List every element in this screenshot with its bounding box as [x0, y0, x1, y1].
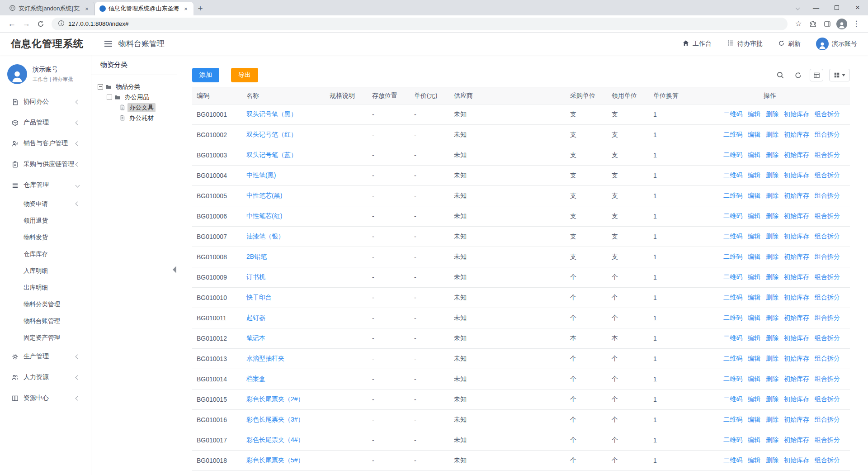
row-action-link[interactable]: 二维码 — [723, 233, 742, 240]
row-action-link[interactable]: 二维码 — [723, 131, 742, 138]
side-panel-icon[interactable] — [820, 17, 835, 31]
material-name-link[interactable]: 中性笔(黑) — [246, 171, 276, 179]
collapse-panel-handle[interactable] — [171, 260, 178, 280]
row-action-link[interactable]: 编辑 — [748, 334, 760, 342]
row-action-link[interactable]: 组合拆分 — [815, 212, 840, 219]
search-icon[interactable] — [774, 69, 786, 81]
tab-close-icon[interactable]: × — [182, 5, 190, 13]
row-action-link[interactable]: 编辑 — [748, 171, 760, 179]
back-button[interactable]: ← — [5, 17, 19, 31]
tree-collapse-toggle-icon[interactable] — [107, 95, 112, 100]
row-action-link[interactable]: 初始库存 — [784, 334, 809, 342]
row-action-link[interactable]: 组合拆分 — [815, 192, 840, 199]
row-action-link[interactable]: 初始库存 — [784, 253, 809, 260]
row-action-link[interactable]: 删除 — [766, 131, 778, 138]
row-action-link[interactable]: 初始库存 — [784, 273, 809, 280]
material-name-link[interactable]: 双头记号笔（红） — [246, 131, 297, 138]
material-name-link[interactable]: 双头记号笔（黑） — [246, 110, 297, 118]
row-action-link[interactable]: 二维码 — [723, 375, 742, 382]
row-action-link[interactable]: 编辑 — [748, 192, 760, 199]
row-action-link[interactable]: 删除 — [766, 212, 778, 219]
row-action-link[interactable]: 删除 — [766, 456, 778, 464]
material-name-link[interactable]: 彩色长尾票夹（5#） — [246, 456, 304, 464]
sidebar-subitem[interactable]: 领用退货 — [0, 212, 91, 229]
row-action-link[interactable]: 初始库存 — [784, 212, 809, 219]
browser-tab-andon[interactable]: 安灯系统|andon系统|安东系... × — [5, 2, 95, 15]
reload-button[interactable] — [33, 17, 48, 31]
material-name-link[interactable]: 笔记本 — [246, 334, 265, 342]
row-action-link[interactable]: 编辑 — [748, 395, 760, 403]
nav-workbench[interactable]: 工作台 — [682, 39, 712, 48]
sidebar-subitem[interactable]: 物料台账管理 — [0, 313, 91, 329]
layout-dropdown-button[interactable] — [829, 69, 850, 81]
row-action-link[interactable]: 组合拆分 — [815, 131, 840, 138]
material-name-link[interactable]: 2B铅笔 — [246, 253, 267, 260]
row-action-link[interactable]: 二维码 — [723, 110, 742, 118]
tab-search-button[interactable] — [789, 0, 806, 15]
row-action-link[interactable]: 编辑 — [748, 456, 760, 464]
user-avatar[interactable] — [7, 64, 27, 84]
row-action-link[interactable]: 组合拆分 — [815, 314, 840, 321]
sidebar-item[interactable]: 采购与供应链管理 — [0, 154, 91, 175]
material-name-link[interactable]: 彩色长尾票夹（3#） — [246, 416, 304, 423]
row-action-link[interactable]: 二维码 — [723, 314, 742, 321]
row-action-link[interactable]: 二维码 — [723, 273, 742, 280]
material-name-link[interactable]: 彩色长尾票夹（2#） — [246, 395, 304, 403]
row-action-link[interactable]: 初始库存 — [784, 151, 809, 158]
row-action-link[interactable]: 初始库存 — [784, 456, 809, 464]
new-tab-button[interactable]: + — [193, 2, 207, 15]
row-action-link[interactable]: 编辑 — [748, 212, 760, 219]
extensions-icon[interactable] — [806, 17, 820, 31]
material-name-link[interactable]: 中性笔芯(红) — [246, 212, 282, 219]
sidebar-subitem[interactable]: 物料发货 — [0, 229, 91, 246]
row-action-link[interactable]: 二维码 — [723, 192, 742, 199]
row-action-link[interactable]: 编辑 — [748, 233, 760, 240]
row-action-link[interactable]: 二维码 — [723, 355, 742, 362]
sidebar-subitem[interactable]: 出库明细 — [0, 279, 91, 296]
row-action-link[interactable]: 组合拆分 — [815, 334, 840, 342]
material-name-link[interactable]: 订书机 — [246, 273, 265, 280]
row-action-link[interactable]: 编辑 — [748, 436, 760, 443]
nav-account[interactable]: 演示账号 — [816, 38, 857, 50]
close-window-button[interactable]: × — [847, 0, 868, 15]
material-name-link[interactable]: 彩色长尾票夹（4#） — [246, 436, 304, 443]
row-action-link[interactable]: 删除 — [766, 416, 778, 423]
columns-setting-icon[interactable] — [810, 69, 823, 81]
row-action-link[interactable]: 编辑 — [748, 314, 760, 321]
tree-node[interactable]: 物品分类 — [95, 81, 173, 92]
table-refresh-icon[interactable] — [792, 69, 804, 81]
sidebar-item[interactable]: 生产管理 — [0, 346, 91, 367]
row-action-link[interactable]: 初始库存 — [784, 131, 809, 138]
row-action-link[interactable]: 删除 — [766, 436, 778, 443]
browser-profile-avatar[interactable] — [835, 17, 849, 31]
sidebar-item[interactable]: 资源中心 — [0, 388, 91, 408]
row-action-link[interactable]: 删除 — [766, 314, 778, 321]
row-action-link[interactable]: 编辑 — [748, 273, 760, 280]
sidebar-subitem[interactable]: 固定资产管理 — [0, 329, 91, 346]
row-action-link[interactable]: 组合拆分 — [815, 416, 840, 423]
row-action-link[interactable]: 删除 — [766, 253, 778, 260]
row-action-link[interactable]: 组合拆分 — [815, 395, 840, 403]
row-action-link[interactable]: 组合拆分 — [815, 294, 840, 301]
row-action-link[interactable]: 删除 — [766, 355, 778, 362]
sidebar-subitem[interactable]: 入库明细 — [0, 262, 91, 279]
row-action-link[interactable]: 删除 — [766, 233, 778, 240]
forward-button[interactable]: → — [19, 17, 33, 31]
tab-close-icon[interactable]: × — [83, 5, 91, 13]
row-action-link[interactable]: 二维码 — [723, 151, 742, 158]
row-action-link[interactable]: 编辑 — [748, 355, 760, 362]
user-shortcuts[interactable]: 工作台 | 待办审批 — [33, 76, 73, 83]
add-button[interactable]: 添加 — [192, 68, 219, 82]
row-action-link[interactable]: 编辑 — [748, 131, 760, 138]
row-action-link[interactable]: 初始库存 — [784, 192, 809, 199]
row-action-link[interactable]: 删除 — [766, 273, 778, 280]
nav-todo[interactable]: 待办审批 — [727, 39, 763, 48]
row-action-link[interactable]: 删除 — [766, 110, 778, 118]
material-name-link[interactable]: 双头记号笔（蓝） — [246, 151, 297, 158]
row-action-link[interactable]: 删除 — [766, 334, 778, 342]
material-name-link[interactable]: 起钉器 — [246, 314, 265, 321]
row-action-link[interactable]: 删除 — [766, 375, 778, 382]
row-action-link[interactable]: 初始库存 — [784, 395, 809, 403]
browser-tab-active[interactable]: 信息化管理系统@山东圣海光... × — [95, 2, 193, 15]
material-name-link[interactable]: 快干印台 — [246, 294, 272, 301]
